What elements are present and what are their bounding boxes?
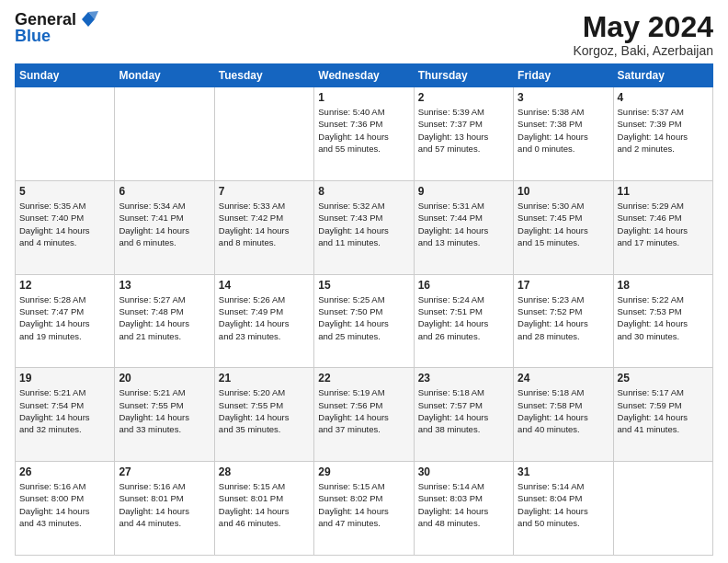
day-number: 17 [518, 279, 609, 292]
day-number: 31 [518, 465, 609, 478]
day-info: Sunrise: 5:37 AM Sunset: 7:39 PM Dayligh… [618, 106, 709, 155]
day-number: 10 [518, 185, 609, 198]
day-info: Sunrise: 5:32 AM Sunset: 7:43 PM Dayligh… [318, 200, 409, 248]
calendar-cell: 13Sunrise: 5:27 AM Sunset: 7:48 PM Dayli… [115, 274, 214, 368]
day-info: Sunrise: 5:23 AM Sunset: 7:52 PM Dayligh… [518, 293, 609, 342]
logo-icon [78, 11, 98, 28]
calendar-week-row: 12Sunrise: 5:28 AM Sunset: 7:47 PM Dayli… [16, 274, 713, 368]
day-info: Sunrise: 5:30 AM Sunset: 7:45 PM Dayligh… [518, 200, 609, 248]
day-info: Sunrise: 5:15 AM Sunset: 8:02 PM Dayligh… [318, 480, 409, 529]
calendar-cell: 19Sunrise: 5:21 AM Sunset: 7:54 PM Dayli… [16, 368, 115, 462]
calendar-cell [214, 87, 313, 181]
day-number: 19 [19, 372, 110, 385]
day-info: Sunrise: 5:27 AM Sunset: 7:48 PM Dayligh… [119, 293, 210, 342]
day-info: Sunrise: 5:18 AM Sunset: 7:57 PM Dayligh… [418, 386, 509, 435]
logo: General Blue [15, 11, 98, 44]
day-number: 1 [318, 91, 409, 104]
weekday-header-thursday: Thursday [414, 64, 513, 87]
calendar-cell: 15Sunrise: 5:25 AM Sunset: 7:50 PM Dayli… [314, 274, 414, 368]
logo-blue-text: Blue [15, 28, 51, 44]
calendar-cell: 29Sunrise: 5:15 AM Sunset: 8:02 PM Dayli… [314, 462, 414, 556]
weekday-header-tuesday: Tuesday [214, 64, 313, 87]
day-info: Sunrise: 5:35 AM Sunset: 7:40 PM Dayligh… [19, 200, 110, 248]
day-info: Sunrise: 5:20 AM Sunset: 7:55 PM Dayligh… [219, 386, 310, 435]
calendar-cell: 1Sunrise: 5:40 AM Sunset: 7:36 PM Daylig… [314, 87, 414, 181]
calendar-cell: 11Sunrise: 5:29 AM Sunset: 7:46 PM Dayli… [613, 180, 712, 274]
day-info: Sunrise: 5:26 AM Sunset: 7:49 PM Dayligh… [219, 293, 310, 342]
calendar-cell: 6Sunrise: 5:34 AM Sunset: 7:41 PM Daylig… [115, 180, 214, 274]
day-number: 22 [318, 372, 409, 385]
weekday-header-saturday: Saturday [613, 64, 712, 87]
calendar-cell: 3Sunrise: 5:38 AM Sunset: 7:38 PM Daylig… [514, 87, 613, 181]
calendar-table: SundayMondayTuesdayWednesdayThursdayFrid… [15, 63, 713, 556]
day-info: Sunrise: 5:21 AM Sunset: 7:54 PM Dayligh… [19, 386, 110, 435]
day-number: 5 [19, 185, 110, 198]
header-right: May 2024 Korgoz, Baki, Azerbaijan [573, 11, 713, 58]
calendar-week-row: 19Sunrise: 5:21 AM Sunset: 7:54 PM Dayli… [16, 368, 713, 462]
calendar-cell: 26Sunrise: 5:16 AM Sunset: 8:00 PM Dayli… [16, 462, 115, 556]
calendar-week-row: 1Sunrise: 5:40 AM Sunset: 7:36 PM Daylig… [16, 87, 713, 181]
calendar-cell: 27Sunrise: 5:16 AM Sunset: 8:01 PM Dayli… [115, 462, 214, 556]
day-info: Sunrise: 5:22 AM Sunset: 7:53 PM Dayligh… [618, 293, 709, 342]
calendar-cell [16, 87, 115, 181]
weekday-header-sunday: Sunday [16, 64, 115, 87]
weekday-header-wednesday: Wednesday [314, 64, 414, 87]
calendar-cell: 21Sunrise: 5:20 AM Sunset: 7:55 PM Dayli… [214, 368, 313, 462]
calendar-cell: 23Sunrise: 5:18 AM Sunset: 7:57 PM Dayli… [414, 368, 513, 462]
day-info: Sunrise: 5:28 AM Sunset: 7:47 PM Dayligh… [19, 293, 110, 342]
day-info: Sunrise: 5:24 AM Sunset: 7:51 PM Dayligh… [418, 293, 509, 342]
day-number: 9 [418, 185, 509, 198]
calendar-cell: 24Sunrise: 5:18 AM Sunset: 7:58 PM Dayli… [514, 368, 613, 462]
day-info: Sunrise: 5:34 AM Sunset: 7:41 PM Dayligh… [119, 200, 210, 248]
calendar-cell: 18Sunrise: 5:22 AM Sunset: 7:53 PM Dayli… [613, 274, 712, 368]
day-number: 25 [618, 372, 709, 385]
weekday-header-row: SundayMondayTuesdayWednesdayThursdayFrid… [16, 64, 713, 87]
calendar-cell [115, 87, 214, 181]
location: Korgoz, Baki, Azerbaijan [573, 43, 713, 58]
calendar-cell: 5Sunrise: 5:35 AM Sunset: 7:40 PM Daylig… [16, 180, 115, 274]
day-info: Sunrise: 5:14 AM Sunset: 8:03 PM Dayligh… [418, 480, 509, 529]
day-info: Sunrise: 5:17 AM Sunset: 7:59 PM Dayligh… [618, 386, 709, 435]
day-info: Sunrise: 5:21 AM Sunset: 7:55 PM Dayligh… [119, 386, 210, 435]
day-info: Sunrise: 5:18 AM Sunset: 7:58 PM Dayligh… [518, 386, 609, 435]
calendar-cell: 10Sunrise: 5:30 AM Sunset: 7:45 PM Dayli… [514, 180, 613, 274]
month-title: May 2024 [573, 11, 713, 43]
calendar-cell: 8Sunrise: 5:32 AM Sunset: 7:43 PM Daylig… [314, 180, 414, 274]
day-number: 8 [318, 185, 409, 198]
day-info: Sunrise: 5:16 AM Sunset: 8:01 PM Dayligh… [119, 480, 210, 529]
day-number: 7 [219, 185, 310, 198]
day-number: 26 [19, 465, 110, 478]
calendar-cell: 28Sunrise: 5:15 AM Sunset: 8:01 PM Dayli… [214, 462, 313, 556]
day-number: 18 [618, 279, 709, 292]
calendar-cell: 9Sunrise: 5:31 AM Sunset: 7:44 PM Daylig… [414, 180, 513, 274]
weekday-header-monday: Monday [115, 64, 214, 87]
day-info: Sunrise: 5:14 AM Sunset: 8:04 PM Dayligh… [518, 480, 609, 529]
calendar-cell: 20Sunrise: 5:21 AM Sunset: 7:55 PM Dayli… [115, 368, 214, 462]
day-number: 15 [318, 279, 409, 292]
page: General Blue May 2024 Korgoz, Baki, Azer… [0, 0, 728, 563]
header: General Blue May 2024 Korgoz, Baki, Azer… [15, 11, 713, 58]
day-number: 4 [618, 91, 709, 104]
day-number: 30 [418, 465, 509, 478]
day-info: Sunrise: 5:39 AM Sunset: 7:37 PM Dayligh… [418, 106, 509, 155]
day-number: 28 [219, 465, 310, 478]
calendar-cell: 2Sunrise: 5:39 AM Sunset: 7:37 PM Daylig… [414, 87, 513, 181]
day-number: 24 [518, 372, 609, 385]
day-number: 3 [518, 91, 609, 104]
calendar-cell: 4Sunrise: 5:37 AM Sunset: 7:39 PM Daylig… [613, 87, 712, 181]
day-number: 13 [119, 279, 210, 292]
calendar-cell: 30Sunrise: 5:14 AM Sunset: 8:03 PM Dayli… [414, 462, 513, 556]
calendar-cell: 14Sunrise: 5:26 AM Sunset: 7:49 PM Dayli… [214, 274, 313, 368]
day-info: Sunrise: 5:40 AM Sunset: 7:36 PM Dayligh… [318, 106, 409, 155]
day-number: 23 [418, 372, 509, 385]
weekday-header-friday: Friday [514, 64, 613, 87]
calendar-cell [613, 462, 712, 556]
day-number: 12 [19, 279, 110, 292]
day-info: Sunrise: 5:33 AM Sunset: 7:42 PM Dayligh… [219, 200, 310, 248]
day-number: 16 [418, 279, 509, 292]
day-info: Sunrise: 5:38 AM Sunset: 7:38 PM Dayligh… [518, 106, 609, 155]
day-info: Sunrise: 5:16 AM Sunset: 8:00 PM Dayligh… [19, 480, 110, 529]
logo-general-text: General [15, 11, 76, 28]
calendar-cell: 22Sunrise: 5:19 AM Sunset: 7:56 PM Dayli… [314, 368, 414, 462]
calendar-cell: 17Sunrise: 5:23 AM Sunset: 7:52 PM Dayli… [514, 274, 613, 368]
